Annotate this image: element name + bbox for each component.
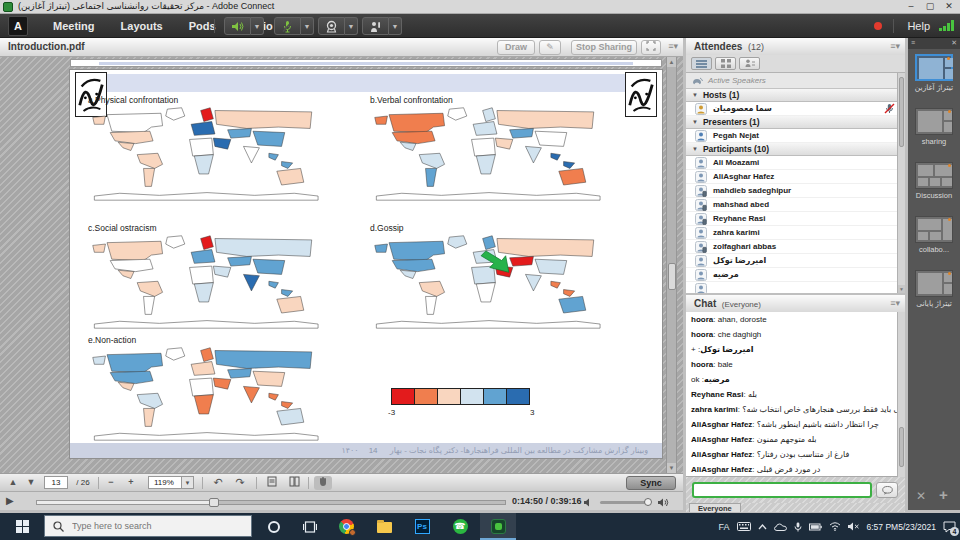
battery-icon[interactable] [809,523,822,531]
group-header-hosts[interactable]: ▼Hosts (1) [686,89,905,102]
onedrive-icon[interactable] [774,523,787,531]
document-scrollbar[interactable]: ▲ ▼ [666,57,677,473]
attendee-row[interactable]: Reyhane Rasi [686,212,905,226]
rotate-right-button[interactable]: ↷ [232,476,248,490]
maximize-button[interactable]: ▢ [921,0,939,13]
active-speakers-row[interactable]: Active Speakers [686,73,905,89]
attendees-pod-menu-icon[interactable]: ≡▾ [890,41,900,51]
photoshop-button[interactable]: Ps [404,513,440,540]
tab-everyone[interactable]: Everyone [689,503,741,512]
attendee-row[interactable]: AliAsghar Hafez [686,170,905,184]
add-layout-icon[interactable]: + [939,486,948,503]
webcam-dropdown[interactable]: ▼ [345,17,358,35]
chrome-button[interactable] [328,513,364,540]
grid-view-button[interactable] [715,57,736,70]
layout-thumbnail-5[interactable] [915,270,953,297]
file-explorer-button[interactable] [366,513,402,540]
help-menu[interactable]: Help [907,14,930,38]
fullscreen-button[interactable] [641,40,661,55]
playback-progress-track[interactable] [36,500,506,505]
previous-page-button[interactable]: ▲ [6,476,20,490]
fit-width-button[interactable] [286,476,302,490]
layouts-menu-icon[interactable]: ≡ [911,39,915,46]
fit-page-button[interactable] [264,476,280,490]
page-number-input[interactable] [44,476,68,489]
group-header-presenters[interactable]: ▼Presenters (1) [686,116,905,129]
speaker-muted-icon[interactable] [848,522,860,531]
chat-send-button[interactable] [876,482,898,498]
close-button[interactable]: ✕ [940,0,958,13]
attendee-row[interactable]: سما معصومیان [686,102,905,116]
layout-thumbnail-3[interactable] [915,162,953,189]
status-dropdown[interactable]: ▼ [389,17,402,35]
list-view-button[interactable] [691,57,712,70]
attendee-row[interactable]: mahshad abed [686,198,905,212]
attendee-row[interactable]: امیررضا توکل [686,254,905,268]
layout-label[interactable]: تیتراژ پایانی [908,299,960,308]
sync-button[interactable]: Sync [626,476,676,490]
wifi-icon[interactable] [829,522,841,531]
chat-message-input[interactable] [692,482,872,498]
microphone-button[interactable] [274,17,301,35]
scroll-down-arrow[interactable]: ▼ [667,463,676,473]
scrollbar-handle[interactable] [899,427,904,467]
group-header-participants[interactable]: ▼Participants (10) [686,143,905,156]
tray-expand-chevron[interactable] [758,524,767,530]
raise-hand-button[interactable] [362,17,389,35]
webcam-button[interactable] [318,17,345,35]
rotate-left-button[interactable]: ↶ [210,476,226,490]
layout-thumbnail-1[interactable] [915,54,953,81]
menu-layouts[interactable]: Layouts [108,14,176,38]
play-button[interactable]: ▶ [6,495,14,506]
draw-button[interactable]: Draw [497,40,535,55]
layout-label[interactable]: Discussion [908,191,960,200]
share-pod-menu-icon[interactable]: ≡▾ [668,41,678,51]
language-indicator[interactable]: FA [719,522,730,532]
microphone-dropdown[interactable]: ▼ [301,17,314,35]
speaker-button[interactable] [224,17,251,35]
zoom-in-button[interactable]: + [124,476,138,490]
search-input[interactable] [70,520,230,532]
attendee-row[interactable]: mahdieb sadeghipur [686,184,905,198]
next-page-button[interactable]: ▼ [24,476,38,490]
scrollbar-handle[interactable] [899,77,904,147]
start-button[interactable] [0,513,44,540]
adobe-connect-button[interactable] [480,513,516,540]
layout-label[interactable]: تیتراژ آغازین [908,83,960,92]
playback-handle[interactable] [209,498,219,507]
layout-thumbnail-4[interactable] [915,216,953,243]
whatsapp-button[interactable]: ☎ [442,513,478,540]
scrollbar-handle[interactable] [668,263,676,290]
attendee-row[interactable] [686,282,905,293]
volume-slider[interactable] [600,501,650,504]
layout-label[interactable]: sharing [908,137,960,146]
speaker-dropdown[interactable]: ▼ [251,17,264,35]
stop-sharing-button[interactable]: Stop Sharing [571,40,637,55]
pan-tool-button[interactable] [314,476,332,490]
volume-knob[interactable] [644,498,652,506]
layout-thumbnail-2[interactable] [915,108,953,135]
connection-signal-icon[interactable] [939,20,954,31]
layout-label[interactable]: collabo... [908,245,960,254]
menu-pods[interactable]: Pods [176,14,229,38]
chat-pod-menu-icon[interactable]: ≡▾ [890,298,900,308]
volume-mute-icon[interactable] [584,498,593,507]
attendee-row[interactable]: Ali Moazami [686,156,905,170]
touch-keyboard-icon[interactable] [737,522,751,531]
sidebar-close-icon[interactable]: ✕ [916,489,926,503]
status-view-button[interactable] [739,57,760,70]
taskbar-clock[interactable]: 6:57 PM 5/23/2021 [867,522,936,532]
zoom-level-select[interactable]: ▼119% [148,476,194,489]
cortana-button[interactable] [256,513,292,540]
attendee-row[interactable]: Pegah Nejat [686,129,905,143]
menu-meeting[interactable]: Meeting [40,14,108,38]
volume-speaker-icon[interactable] [658,498,670,507]
microphone-tray-icon[interactable] [794,522,802,532]
task-view-button[interactable] [292,513,328,540]
layouts-close-icon[interactable]: ✕ [951,39,957,47]
scroll-down-arrow[interactable]: ▼ [898,285,905,293]
attendees-scrollbar[interactable]: ▼ [897,73,905,293]
zoom-out-button[interactable]: − [104,476,118,490]
attendee-row[interactable]: zahra karimi [686,226,905,240]
minimize-button[interactable]: – [902,0,920,13]
